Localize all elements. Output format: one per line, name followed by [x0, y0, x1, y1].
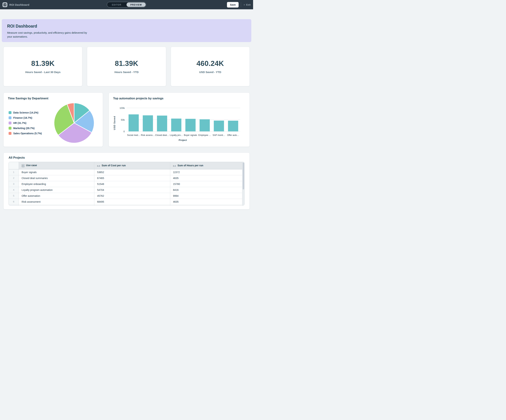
legend-item-2[interactable]: HR (31.7%) [9, 121, 53, 124]
empty-cell [9, 205, 19, 206]
legend-item-3[interactable]: Marketing (29.7%) [9, 127, 53, 130]
exit-button[interactable]: × Exit [243, 3, 251, 6]
navbar-actions: Save × Exit [227, 2, 251, 7]
use-case-cell: Closed deal summaries [19, 175, 94, 181]
pie-content: Data Science (14.2%)Finance (18.7%)HR (3… [8, 101, 99, 145]
y-axis-label: USD Saved [113, 110, 116, 136]
exit-label: Exit [246, 3, 251, 6]
bar-chart[interactable]: 050k100kSocial med…Risk assess…Closed de… [116, 103, 241, 138]
legend-swatch [9, 132, 12, 135]
column-label: Sum of Cost per run [102, 164, 126, 167]
bar-6[interactable] [214, 121, 224, 131]
banner-description: Measure cost savings, productivity, and … [7, 31, 91, 39]
empty-cell [170, 205, 242, 206]
kpi-label: Hours Saved - Last 30 Days [25, 71, 60, 73]
projects-table-container: AUse case 0.0Sum of Cost per run 0.0Sum … [9, 162, 245, 206]
save-button[interactable]: Save [227, 2, 239, 7]
empty-cell [19, 205, 94, 206]
legend-swatch [9, 111, 12, 114]
cost-cell: 67465 [94, 175, 170, 181]
bar-4[interactable] [186, 119, 196, 131]
banner-title: ROI Dashboard [7, 24, 246, 29]
navbar: ROI Dashboard EDITOR PREVIEW Save × Exit [0, 0, 253, 9]
empty-cell [94, 205, 170, 206]
legend-label: Data Science (14.2%) [13, 111, 38, 114]
table-row-partial [9, 205, 242, 206]
hours-cell: 11572 [170, 169, 242, 175]
hours-cell: 4635 [170, 175, 242, 181]
kpi-card-usd-ytd: 460.24K USD Saved - YTD [171, 47, 250, 86]
use-case-cell: Risk assessment [19, 199, 94, 205]
bar-2[interactable] [157, 116, 167, 131]
bar-chart-area: USD Saved 050k100kSocial med…Risk assess… [113, 103, 245, 138]
hours-cell: 9994 [170, 193, 242, 199]
table-row: 4Loyalty program automation547048416 [9, 187, 242, 193]
use-case-cell: Employee onboarding [19, 181, 94, 187]
column-header-cost[interactable]: 0.0Sum of Cost per run [94, 162, 170, 169]
column-header-use-case[interactable]: AUse case [19, 162, 94, 169]
kpi-value: 81.39K [31, 60, 55, 67]
hours-cell: 15780 [170, 181, 242, 187]
number-field-icon: 0.0 [97, 165, 100, 167]
x-tick-label: SAP monit… [213, 134, 225, 136]
cost-cell: 68495 [94, 199, 170, 205]
column-label: Use case [26, 164, 37, 167]
table-row: 5Offer automation457629994 [9, 193, 242, 199]
legend-label: HR (31.7%) [13, 121, 26, 124]
table-scrollbar[interactable] [242, 162, 244, 205]
column-header-hours[interactable]: 0.0Sum of Hours per run [170, 162, 242, 169]
bar-card: Top automation projects by savings USD S… [109, 93, 250, 147]
tab-editor[interactable]: EDITOR [107, 2, 126, 7]
legend-label: Sales Operations (5.7%) [13, 132, 42, 135]
row-number-cell: 6 [9, 199, 19, 205]
dashboard-banner: ROI Dashboard Measure cost savings, prod… [2, 19, 251, 42]
table-scrollbar-thumb[interactable] [243, 163, 244, 189]
charts-row: Time Savings by Department Data Science … [3, 93, 250, 147]
page: ROI Dashboard EDITOR PREVIEW Save × Exit… [0, 0, 253, 210]
legend-swatch [9, 121, 12, 124]
legend-label: Finance (18.7%) [13, 116, 32, 119]
bar-0[interactable] [128, 114, 139, 131]
bar-7[interactable] [228, 121, 238, 131]
row-number-cell: 3 [9, 181, 19, 187]
bar-1[interactable] [143, 115, 153, 131]
kpi-row: 81.39K Hours Saved - Last 30 Days 81.39K… [3, 47, 250, 86]
projects-card: All Projects AUse case 0.0Sum of Cost pe… [3, 153, 250, 209]
bar-3[interactable] [171, 119, 181, 131]
x-tick-label: Social med… [127, 134, 140, 136]
kpi-value: 460.24K [197, 60, 224, 67]
legend-item-4[interactable]: Sales Operations (5.7%) [9, 132, 53, 135]
close-icon: × [243, 3, 245, 6]
x-tick-label: Offer auto… [227, 134, 239, 136]
x-tick-label: Loyalty pro… [170, 134, 183, 136]
y-tick-label: 100k [120, 107, 125, 109]
pie-legend: Data Science (14.2%)Finance (18.7%)HR (3… [9, 111, 53, 135]
use-case-cell: Offer automation [19, 193, 94, 199]
hours-cell: 4635 [170, 199, 242, 205]
table-row: 2Closed deal summaries674654635 [9, 175, 242, 181]
use-case-cell: Loyalty program automation [19, 187, 94, 193]
row-number-cell: 1 [9, 169, 19, 175]
row-number-cell: 4 [9, 187, 19, 193]
pie-chart[interactable] [53, 101, 96, 145]
mode-toggle: EDITOR PREVIEW [107, 2, 146, 7]
tab-preview[interactable]: PREVIEW [126, 2, 146, 7]
cost-cell: 51548 [94, 181, 170, 187]
bar-5[interactable] [200, 119, 210, 131]
kpi-value: 81.39K [115, 60, 138, 67]
legend-item-1[interactable]: Finance (18.7%) [9, 116, 53, 119]
legend-item-0[interactable]: Data Science (14.2%) [9, 111, 53, 114]
dashboard-icon [3, 3, 7, 6]
y-tick-label: 0 [123, 130, 125, 133]
cost-cell: 54704 [94, 187, 170, 193]
table-row: 6Risk assessment684954635 [9, 199, 242, 205]
table-header-row: AUse case 0.0Sum of Cost per run 0.0Sum … [9, 162, 242, 169]
x-axis-label: Project [120, 139, 245, 141]
legend-label: Marketing (29.7%) [13, 127, 34, 130]
x-tick-label: Buyer signals [184, 134, 197, 136]
legend-swatch [9, 116, 12, 119]
bar-card-title: Top automation projects by savings [113, 97, 245, 100]
column-label: Sum of Hours per run [178, 164, 203, 167]
kpi-card-hours-ytd: 81.39K Hours Saved - YTD [87, 47, 166, 86]
projects-table: AUse case 0.0Sum of Cost per run 0.0Sum … [9, 162, 242, 206]
